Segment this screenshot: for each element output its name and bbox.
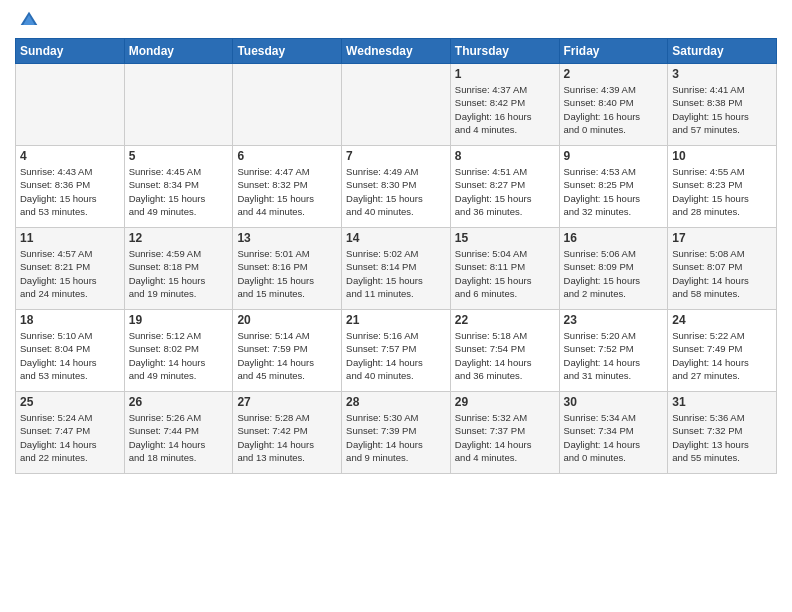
day-info: Sunrise: 5:14 AM Sunset: 7:59 PM Dayligh…: [237, 329, 337, 382]
day-info: Sunrise: 5:30 AM Sunset: 7:39 PM Dayligh…: [346, 411, 446, 464]
day-number: 22: [455, 313, 555, 327]
calendar-cell: 27Sunrise: 5:28 AM Sunset: 7:42 PM Dayli…: [233, 392, 342, 474]
day-info: Sunrise: 4:51 AM Sunset: 8:27 PM Dayligh…: [455, 165, 555, 218]
calendar-cell: 16Sunrise: 5:06 AM Sunset: 8:09 PM Dayli…: [559, 228, 668, 310]
calendar-cell: 20Sunrise: 5:14 AM Sunset: 7:59 PM Dayli…: [233, 310, 342, 392]
day-info: Sunrise: 5:28 AM Sunset: 7:42 PM Dayligh…: [237, 411, 337, 464]
day-number: 8: [455, 149, 555, 163]
day-info: Sunrise: 4:57 AM Sunset: 8:21 PM Dayligh…: [20, 247, 120, 300]
day-info: Sunrise: 5:12 AM Sunset: 8:02 PM Dayligh…: [129, 329, 229, 382]
day-number: 3: [672, 67, 772, 81]
calendar-cell: [124, 64, 233, 146]
day-number: 30: [564, 395, 664, 409]
calendar-cell: 31Sunrise: 5:36 AM Sunset: 7:32 PM Dayli…: [668, 392, 777, 474]
week-row-5: 25Sunrise: 5:24 AM Sunset: 7:47 PM Dayli…: [16, 392, 777, 474]
calendar-cell: 17Sunrise: 5:08 AM Sunset: 8:07 PM Dayli…: [668, 228, 777, 310]
day-number: 29: [455, 395, 555, 409]
day-number: 26: [129, 395, 229, 409]
calendar-cell: [16, 64, 125, 146]
calendar-cell: 15Sunrise: 5:04 AM Sunset: 8:11 PM Dayli…: [450, 228, 559, 310]
day-info: Sunrise: 5:06 AM Sunset: 8:09 PM Dayligh…: [564, 247, 664, 300]
calendar-cell: 12Sunrise: 4:59 AM Sunset: 8:18 PM Dayli…: [124, 228, 233, 310]
calendar-cell: 25Sunrise: 5:24 AM Sunset: 7:47 PM Dayli…: [16, 392, 125, 474]
day-info: Sunrise: 4:53 AM Sunset: 8:25 PM Dayligh…: [564, 165, 664, 218]
day-info: Sunrise: 5:22 AM Sunset: 7:49 PM Dayligh…: [672, 329, 772, 382]
header: [15, 10, 777, 30]
col-tuesday: Tuesday: [233, 39, 342, 64]
calendar-cell: 5Sunrise: 4:45 AM Sunset: 8:34 PM Daylig…: [124, 146, 233, 228]
logo-icon: [19, 10, 39, 30]
day-info: Sunrise: 4:49 AM Sunset: 8:30 PM Dayligh…: [346, 165, 446, 218]
day-info: Sunrise: 5:34 AM Sunset: 7:34 PM Dayligh…: [564, 411, 664, 464]
day-info: Sunrise: 4:59 AM Sunset: 8:18 PM Dayligh…: [129, 247, 229, 300]
day-number: 13: [237, 231, 337, 245]
day-number: 10: [672, 149, 772, 163]
calendar-cell: 1Sunrise: 4:37 AM Sunset: 8:42 PM Daylig…: [450, 64, 559, 146]
calendar-cell: 13Sunrise: 5:01 AM Sunset: 8:16 PM Dayli…: [233, 228, 342, 310]
logo-text: [15, 10, 39, 30]
calendar-cell: 21Sunrise: 5:16 AM Sunset: 7:57 PM Dayli…: [342, 310, 451, 392]
col-wednesday: Wednesday: [342, 39, 451, 64]
day-number: 28: [346, 395, 446, 409]
day-number: 24: [672, 313, 772, 327]
day-number: 5: [129, 149, 229, 163]
col-thursday: Thursday: [450, 39, 559, 64]
calendar-cell: 2Sunrise: 4:39 AM Sunset: 8:40 PM Daylig…: [559, 64, 668, 146]
day-info: Sunrise: 5:26 AM Sunset: 7:44 PM Dayligh…: [129, 411, 229, 464]
day-info: Sunrise: 4:41 AM Sunset: 8:38 PM Dayligh…: [672, 83, 772, 136]
calendar-cell: 7Sunrise: 4:49 AM Sunset: 8:30 PM Daylig…: [342, 146, 451, 228]
calendar-cell: 3Sunrise: 4:41 AM Sunset: 8:38 PM Daylig…: [668, 64, 777, 146]
calendar-cell: 30Sunrise: 5:34 AM Sunset: 7:34 PM Dayli…: [559, 392, 668, 474]
calendar-cell: 23Sunrise: 5:20 AM Sunset: 7:52 PM Dayli…: [559, 310, 668, 392]
calendar-cell: 8Sunrise: 4:51 AM Sunset: 8:27 PM Daylig…: [450, 146, 559, 228]
calendar-cell: 19Sunrise: 5:12 AM Sunset: 8:02 PM Dayli…: [124, 310, 233, 392]
day-number: 1: [455, 67, 555, 81]
col-monday: Monday: [124, 39, 233, 64]
day-number: 2: [564, 67, 664, 81]
calendar-cell: 10Sunrise: 4:55 AM Sunset: 8:23 PM Dayli…: [668, 146, 777, 228]
calendar-cell: 6Sunrise: 4:47 AM Sunset: 8:32 PM Daylig…: [233, 146, 342, 228]
logo: [15, 10, 39, 30]
day-info: Sunrise: 4:43 AM Sunset: 8:36 PM Dayligh…: [20, 165, 120, 218]
day-number: 7: [346, 149, 446, 163]
day-number: 19: [129, 313, 229, 327]
day-info: Sunrise: 5:20 AM Sunset: 7:52 PM Dayligh…: [564, 329, 664, 382]
day-number: 11: [20, 231, 120, 245]
day-info: Sunrise: 4:55 AM Sunset: 8:23 PM Dayligh…: [672, 165, 772, 218]
day-number: 25: [20, 395, 120, 409]
day-info: Sunrise: 5:36 AM Sunset: 7:32 PM Dayligh…: [672, 411, 772, 464]
day-info: Sunrise: 5:10 AM Sunset: 8:04 PM Dayligh…: [20, 329, 120, 382]
day-number: 31: [672, 395, 772, 409]
week-row-1: 1Sunrise: 4:37 AM Sunset: 8:42 PM Daylig…: [16, 64, 777, 146]
day-number: 16: [564, 231, 664, 245]
calendar-cell: 28Sunrise: 5:30 AM Sunset: 7:39 PM Dayli…: [342, 392, 451, 474]
calendar-cell: 22Sunrise: 5:18 AM Sunset: 7:54 PM Dayli…: [450, 310, 559, 392]
calendar-table: Sunday Monday Tuesday Wednesday Thursday…: [15, 38, 777, 474]
calendar-cell: 9Sunrise: 4:53 AM Sunset: 8:25 PM Daylig…: [559, 146, 668, 228]
day-number: 15: [455, 231, 555, 245]
day-number: 21: [346, 313, 446, 327]
calendar-cell: [342, 64, 451, 146]
calendar-cell: 29Sunrise: 5:32 AM Sunset: 7:37 PM Dayli…: [450, 392, 559, 474]
day-number: 20: [237, 313, 337, 327]
week-row-2: 4Sunrise: 4:43 AM Sunset: 8:36 PM Daylig…: [16, 146, 777, 228]
day-info: Sunrise: 5:24 AM Sunset: 7:47 PM Dayligh…: [20, 411, 120, 464]
calendar-cell: 11Sunrise: 4:57 AM Sunset: 8:21 PM Dayli…: [16, 228, 125, 310]
day-number: 6: [237, 149, 337, 163]
page: Sunday Monday Tuesday Wednesday Thursday…: [0, 0, 792, 612]
day-number: 9: [564, 149, 664, 163]
col-saturday: Saturday: [668, 39, 777, 64]
day-info: Sunrise: 4:47 AM Sunset: 8:32 PM Dayligh…: [237, 165, 337, 218]
day-info: Sunrise: 5:18 AM Sunset: 7:54 PM Dayligh…: [455, 329, 555, 382]
calendar-cell: 4Sunrise: 4:43 AM Sunset: 8:36 PM Daylig…: [16, 146, 125, 228]
day-info: Sunrise: 4:45 AM Sunset: 8:34 PM Dayligh…: [129, 165, 229, 218]
day-number: 12: [129, 231, 229, 245]
calendar-cell: 14Sunrise: 5:02 AM Sunset: 8:14 PM Dayli…: [342, 228, 451, 310]
day-number: 27: [237, 395, 337, 409]
day-number: 4: [20, 149, 120, 163]
day-number: 23: [564, 313, 664, 327]
calendar-cell: 18Sunrise: 5:10 AM Sunset: 8:04 PM Dayli…: [16, 310, 125, 392]
day-info: Sunrise: 5:08 AM Sunset: 8:07 PM Dayligh…: [672, 247, 772, 300]
calendar-header-row: Sunday Monday Tuesday Wednesday Thursday…: [16, 39, 777, 64]
col-sunday: Sunday: [16, 39, 125, 64]
